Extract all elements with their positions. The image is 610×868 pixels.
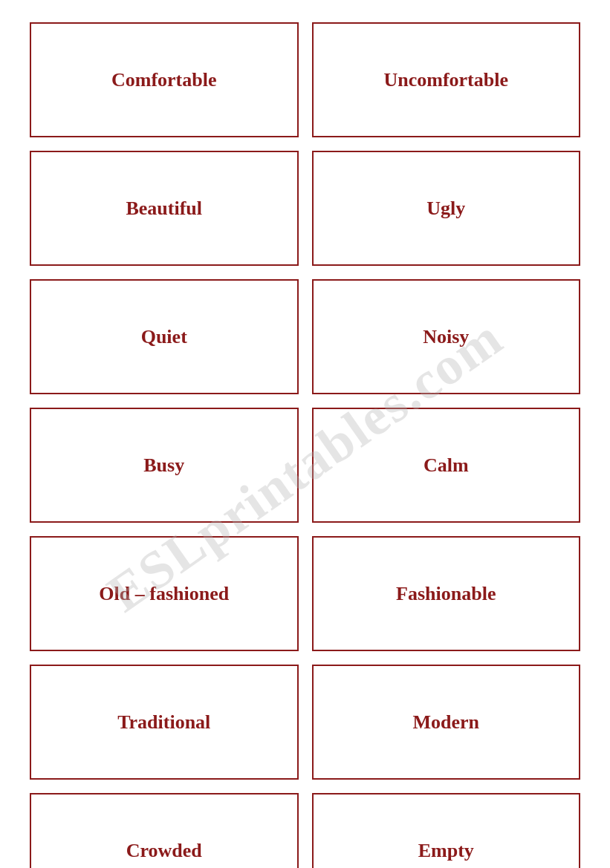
card-label-empty: Empty xyxy=(418,840,474,862)
card-label-crowded: Crowded xyxy=(126,840,202,862)
card-beautiful: Beautiful xyxy=(30,151,299,266)
card-modern: Modern xyxy=(312,665,581,780)
card-ugly: Ugly xyxy=(312,151,581,266)
card-uncomfortable: Uncomfortable xyxy=(312,22,581,137)
card-label-busy: Busy xyxy=(143,454,184,477)
card-label-fashionable: Fashionable xyxy=(396,583,496,605)
card-calm: Calm xyxy=(312,408,581,523)
card-crowded: Crowded xyxy=(30,793,299,868)
card-fashionable: Fashionable xyxy=(312,536,581,651)
card-label-uncomfortable: Uncomfortable xyxy=(383,69,508,91)
card-label-ugly: Ugly xyxy=(426,198,465,220)
card-label-noisy: Noisy xyxy=(423,326,469,348)
card-noisy: Noisy xyxy=(312,279,581,394)
card-quiet: Quiet xyxy=(30,279,299,394)
card-label-quiet: Quiet xyxy=(141,326,187,348)
card-label-traditional: Traditional xyxy=(117,711,210,734)
card-old-fashioned: Old – fashioned xyxy=(30,536,299,651)
card-comfortable: Comfortable xyxy=(30,22,299,137)
card-empty: Empty xyxy=(312,793,581,868)
card-traditional: Traditional xyxy=(30,665,299,780)
card-label-beautiful: Beautiful xyxy=(126,198,202,220)
card-label-calm: Calm xyxy=(424,454,469,477)
card-label-comfortable: Comfortable xyxy=(111,69,217,91)
card-busy: Busy xyxy=(30,408,299,523)
card-label-old-fashioned: Old – fashioned xyxy=(99,583,229,605)
word-grid: ComfortableUncomfortableBeautifulUglyQui… xyxy=(0,0,610,868)
card-label-modern: Modern xyxy=(412,711,479,734)
